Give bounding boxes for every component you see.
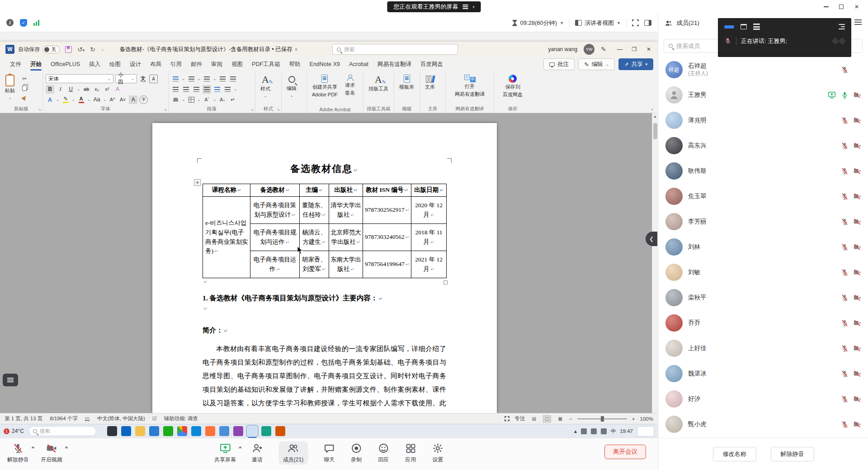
member-row[interactable]: 薄兆明 [658,108,868,133]
highlight-color-button[interactable]: ✎ [61,95,70,104]
zoom-in-button[interactable]: + [632,416,635,422]
word-restore-button[interactable]: ❐ [627,43,642,56]
member-row[interactable]: 耿伟斯 [658,158,868,184]
change-case-button[interactable]: Aa [93,95,101,104]
dialog-launcher-icon[interactable]: ↘ [164,108,167,112]
settings-button[interactable]: 设置 [432,442,443,464]
minimize-button[interactable] [818,1,834,13]
ribbon-tab[interactable]: 视图 [227,57,247,71]
member-row[interactable]: 刘敏 [658,260,868,285]
panel-collapse-handle[interactable]: ❮ [646,232,657,246]
ribbon-tab[interactable]: 文件 [5,57,26,71]
member-row[interactable]: 李芳丽 [658,209,868,234]
member-row[interactable]: 好汐 [658,386,868,412]
member-row[interactable]: 乔乔 [658,310,868,336]
decrease-indent-button[interactable] [218,75,227,83]
taskbar-app-icon[interactable] [233,426,243,436]
screen-watch-banner[interactable]: 您正在观看王雅男的屏幕 ▾ [387,1,481,12]
overlay-minimize-icon[interactable] [724,25,734,28]
leave-meeting-button[interactable]: 离开会议 [604,445,646,459]
layout-tool-button[interactable]: A✎ 排版工具 [366,74,391,105]
member-row[interactable]: 魏湛冰 [658,361,868,386]
close-button[interactable]: ✕ [849,1,864,13]
cut-button[interactable]: ✂ [20,75,29,83]
member-list[interactable]: 祥超 石祥超 (主持人) [658,57,868,438]
ribbon-tab[interactable]: Acrobat [344,57,373,71]
taskbar-app-icon[interactable] [163,426,173,436]
ribbon-tab[interactable]: 布局 [146,57,166,71]
ribbon-tab[interactable]: 帮助 [285,57,305,71]
member-row[interactable]: 高东兴 [658,133,868,158]
taskbar-app-icon[interactable] [177,426,187,436]
sort-button[interactable]: A↓ [218,95,227,104]
superscript-button[interactable]: x² [103,85,112,94]
font-color-button[interactable]: A [77,95,85,104]
youdao-translate-button[interactable]: A中 打开 网易有道翻译 [453,74,487,105]
comments-button[interactable]: 批注 [543,58,575,70]
reactions-button[interactable]: 回应 [377,442,389,464]
member-row[interactable]: 甄小虎 [658,412,868,437]
member-row[interactable]: 焦玉翠 [658,184,868,209]
member-row[interactable]: 上好佳 [658,336,868,361]
clear-formatting-button[interactable]: A [113,85,122,94]
taskbar-app-icon[interactable] [275,426,285,436]
meeting-timer[interactable]: 09:28(60分钟) ▼ [512,19,564,27]
search-input[interactable] [344,46,425,52]
floating-video-overlay[interactable]: 正在讲话: 王雅男; [718,18,851,57]
overlay-list-icon[interactable] [753,24,760,30]
asian-layout-button[interactable]: Aˇ [203,95,211,104]
rename-button[interactable]: 修改名称 [713,447,756,461]
table-move-handle[interactable]: ✛ [194,179,201,186]
share-button[interactable]: ⇗ 共享 ▾ [618,58,653,70]
text-effects-button[interactable]: A [46,95,54,104]
info-icon[interactable]: i [6,19,14,26]
print-layout-button[interactable]: ▢ [543,415,551,423]
scrollbar-thumb[interactable] [653,123,657,139]
member-row[interactable]: 王雅男 [658,82,868,108]
chat-button[interactable]: 聊天 [323,442,335,464]
font-name-select[interactable]: 宋体⌄ [46,74,113,83]
word-search-box[interactable] [332,44,458,55]
page-indicator[interactable]: 第 1 页, 共 13 页 [5,415,42,422]
view-mode-selector[interactable]: 演讲者视图 ▼ [575,19,621,27]
share-screen-button[interactable]: 共享屏幕 [214,442,236,464]
ribbon-tab[interactable]: EndNote X9 [305,57,344,71]
zoom-out-button[interactable]: − [569,416,572,422]
taskbar-app-icon[interactable] [219,426,229,436]
show-marks-button[interactable]: ↵ [229,95,237,104]
apps-button[interactable]: 应用 [405,442,416,464]
phonetic-guide-button[interactable]: 文 [139,75,147,83]
character-border-button[interactable]: A [149,75,158,83]
dialog-launcher-icon[interactable]: ↘ [277,108,280,112]
template-library-button[interactable]: 模板库 [397,74,416,105]
shading-button[interactable] [171,95,180,104]
member-row[interactable]: 刘林 [658,234,868,260]
ribbon-tab[interactable]: PDF工具箱 [247,57,285,71]
proofing-icon[interactable]: 🕮 [85,416,90,422]
ribbon-tab[interactable]: 网易有道翻译 [373,57,416,71]
network-signal-icon[interactable] [33,19,39,26]
distribute-button[interactable] [213,85,222,94]
enclose-characters-button[interactable]: 字 [139,95,148,104]
word-count[interactable]: 8/1964 个字 [50,415,77,422]
ribbon-tab[interactable]: 引用 [166,57,186,71]
read-mode-button[interactable]: ▤ [530,415,538,423]
account-name[interactable]: yanan wang [548,46,578,52]
taskbar-app-icon[interactable] [149,426,159,436]
bullets-button[interactable] [171,75,180,83]
align-right-button[interactable] [192,85,201,94]
document-canvas[interactable]: ✛ 备选教材信息 课程名称 备选教材 主编 [0,113,658,413]
baidu-pan-button[interactable]: 保存到 百度网盘 [500,74,525,105]
overlay-window-icon[interactable] [741,24,747,29]
align-center-button[interactable] [182,85,190,94]
italic-button[interactable]: I [56,85,65,94]
language-indicator[interactable]: 中文(简体, 中国大陆) [97,415,145,422]
underline-button[interactable]: U [66,85,75,94]
taskbar-app-icon[interactable] [261,426,271,436]
tray-icon[interactable] [581,428,587,434]
maximize-button[interactable] [834,1,849,13]
taskbar-app-icon[interactable] [135,426,145,436]
account-avatar[interactable]: YW [584,44,594,55]
ribbon-tab[interactable]: 开始 [26,57,46,71]
ribbon-tab[interactable]: 设计 [125,57,146,71]
